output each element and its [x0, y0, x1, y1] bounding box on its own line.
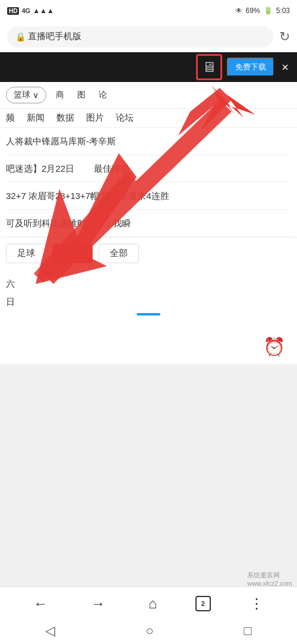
eye-icon: 👁	[235, 7, 242, 15]
secondary-nav-images[interactable]: 图片	[86, 112, 104, 124]
battery-level: 69%	[246, 7, 260, 15]
news-text-1: 人将裁中锋愿马库斯-考辛斯	[6, 136, 116, 146]
news-text-4: 可及听到科比遇难时反应：我瞬	[6, 218, 131, 228]
signal-bars: ▲▲▲	[33, 7, 54, 15]
url-text: 直播吧手机版	[28, 31, 81, 42]
gesture-recent-button[interactable]: □	[244, 623, 252, 639]
forward-button[interactable]: →	[86, 591, 110, 617]
url-input[interactable]: 🔒 直播吧手机版	[7, 26, 273, 48]
signal-4g: 4G	[21, 7, 30, 14]
nav-item-3[interactable]: 论	[95, 87, 110, 103]
bottom-nav: ← → ⌂ 2 ⋮ ◁ ○ □	[0, 586, 297, 644]
news-text-3: 32+7 浓眉哥28+13+7帽 湖人击退来4连胜	[6, 191, 169, 201]
free-download-button[interactable]: 免费下载	[227, 58, 274, 77]
time-display: 5:03	[276, 7, 290, 15]
bottom-nav-bottom: ◁ ○ □	[0, 620, 297, 644]
filter-tab-basketball[interactable]: 篮球	[52, 244, 93, 263]
hd-badge: HD	[7, 7, 19, 15]
secondary-nav: 频 新闻 数据 图片 论坛	[0, 109, 297, 128]
status-left: HD 4G ▲▲▲	[7, 7, 54, 15]
tabs-button[interactable]: 2	[195, 596, 211, 611]
watermark: 系统重装网 www.xfcz2.com	[247, 571, 292, 587]
gesture-home-button[interactable]: ○	[146, 623, 153, 639]
watermark-line1: 系统重装网	[247, 571, 292, 580]
news-text-2: 吧迷选】2月22日 最佳球员	[6, 163, 129, 173]
status-bar: HD 4G ▲▲▲ 👁 69% 🔋 5:03	[0, 0, 297, 21]
lock-icon: 🔒	[15, 32, 26, 42]
schedule-day-6: 六	[6, 275, 291, 293]
nav-item-1[interactable]: 商	[52, 87, 68, 103]
banner-close-button[interactable]: ×	[279, 58, 291, 77]
nav-item-2[interactable]: 图	[74, 87, 89, 103]
category-dropdown[interactable]: 篮球 ∨	[6, 87, 46, 103]
filter-tab-soccer[interactable]: 足球	[6, 244, 46, 263]
news-list: 人将裁中锋愿马库斯-考辛斯 吧迷选】2月22日 最佳球员 32+7 浓眉哥28+…	[0, 128, 297, 237]
desktop-icon-highlight[interactable]: 🖥	[196, 54, 222, 80]
nav-tabs: 篮球 ∨ 商 图 论	[0, 82, 297, 109]
secondary-nav-forum[interactable]: 论坛	[116, 112, 134, 124]
web-content: 🖥 免费下载 × 篮球 ∨ 商 图 论 频 新闻 数据 图片 论坛	[0, 52, 297, 364]
news-item-1[interactable]: 人将裁中锋愿马库斯-考辛斯	[6, 128, 291, 155]
address-bar: 🔒 直播吧手机版 ↻	[0, 21, 297, 52]
gesture-back-button[interactable]: ◁	[45, 623, 55, 639]
back-button[interactable]: ←	[29, 591, 52, 617]
news-item-2[interactable]: 吧迷选】2月22日 最佳球员	[6, 155, 291, 182]
refresh-button[interactable]: ↻	[279, 29, 290, 45]
status-right: 👁 69% 🔋 5:03	[235, 7, 290, 15]
desktop-icon: 🖥	[202, 59, 216, 75]
dark-banner: 🖥 免费下载 ×	[0, 52, 297, 82]
dropdown-arrow: ∨	[33, 90, 39, 100]
home-button[interactable]: ⌂	[144, 591, 162, 617]
battery-icon: 🔋	[264, 7, 273, 15]
news-item-4[interactable]: 可及听到科比遇难时反应：我瞬	[6, 210, 291, 237]
alarm-area: ⏰	[0, 329, 297, 364]
category-label: 篮球	[14, 90, 30, 100]
tabs-count: 2	[201, 600, 205, 607]
schedule-day-7: 日	[6, 293, 291, 311]
news-item-3[interactable]: 32+7 浓眉哥28+13+7帽 湖人击退来4连胜	[6, 182, 291, 210]
alarm-icon: ⏰	[263, 336, 285, 357]
filter-tab-all[interactable]: 全部	[99, 244, 139, 263]
menu-button[interactable]: ⋮	[245, 591, 268, 617]
secondary-nav-pin[interactable]: 频	[6, 112, 15, 124]
schedule-area: 六 日	[0, 269, 297, 329]
filter-tabs: 足球 篮球 全部	[0, 237, 297, 269]
watermark-line2: www.xfcz2.com	[247, 580, 292, 587]
secondary-nav-news[interactable]: 新闻	[27, 112, 45, 124]
secondary-nav-data[interactable]: 数据	[56, 112, 74, 124]
bottom-nav-top: ← → ⌂ 2 ⋮	[0, 587, 297, 620]
